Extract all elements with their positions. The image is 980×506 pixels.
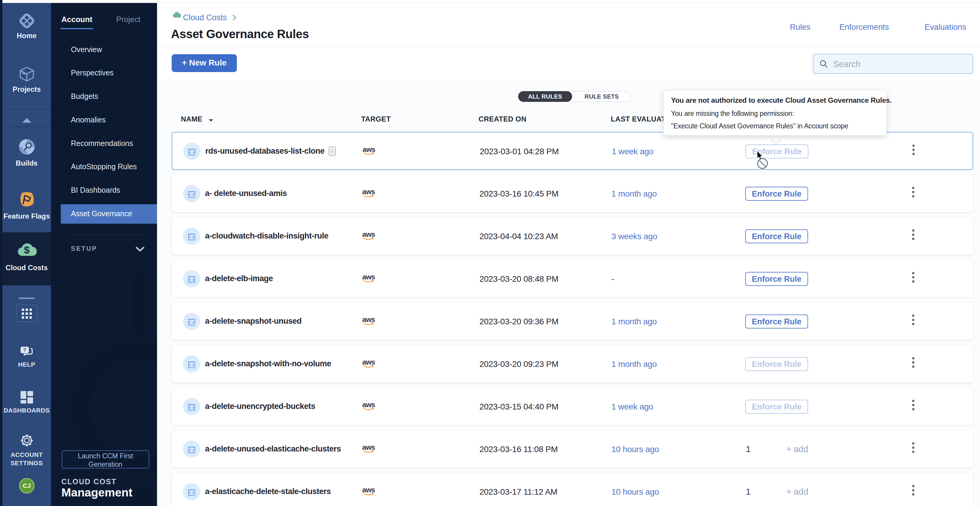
svg-text:aws: aws [362,359,375,366]
svg-text:?: ? [23,347,26,353]
svg-text:$: $ [24,244,30,255]
svg-text:aws: aws [362,316,375,324]
svg-text:aws: aws [363,146,375,153]
svg-text:aws: aws [362,444,375,451]
svg-text:aws: aws [362,189,375,196]
svg-text:aws: aws [362,487,375,494]
svg-text:aws: aws [362,274,375,281]
svg-text:aws: aws [362,231,375,238]
svg-text:aws: aws [362,401,375,409]
